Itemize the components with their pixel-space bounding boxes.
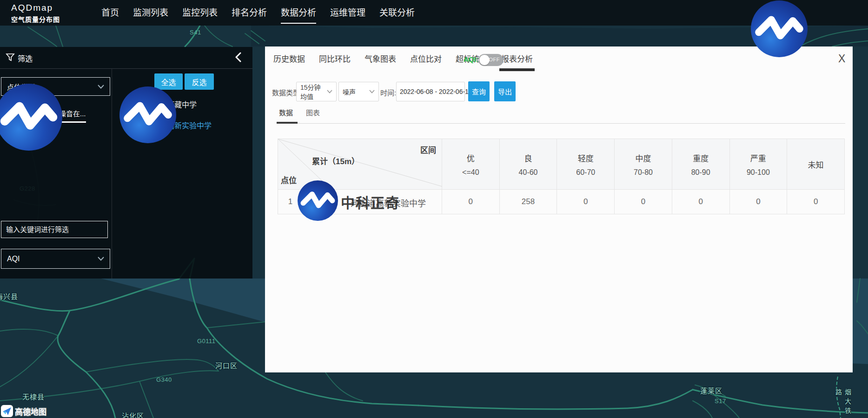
filter-header: 筛选 xyxy=(0,47,252,69)
amap-icon xyxy=(1,405,13,417)
nav-item-monitor-list[interactable]: 监测列表 xyxy=(133,0,168,26)
nav-item-home[interactable]: 首页 xyxy=(101,0,119,26)
map-attribution: 高德地图 xyxy=(1,405,46,417)
subtab-chart[interactable]: 图表 xyxy=(306,107,320,121)
data-analysis-panel: 历史数据 同比环比 气象图表 点位比对 超标统计 报表分析 AQI: OFF X… xyxy=(265,46,853,372)
row-site-cell: 河街道高新实验中学 xyxy=(303,190,442,214)
corner-label-cumulative: 累计（15m） xyxy=(312,155,359,166)
nav-item-data-analysis[interactable]: 数据分析 xyxy=(281,0,316,26)
value-cell-unknown: 0 xyxy=(787,190,845,214)
map-label-haixing: 海兴县 xyxy=(0,291,18,301)
sidebar-column-divider xyxy=(112,68,112,279)
column-label: 优 xyxy=(443,152,499,164)
subtab-active-indicator xyxy=(277,122,298,124)
column-header-medium: 中度 70-80 xyxy=(615,139,672,190)
corner-label-site: 点位 xyxy=(281,174,297,186)
value-cell-medium: 0 xyxy=(615,190,672,214)
corner-label-range: 区间 xyxy=(420,144,436,155)
column-label: 中度 xyxy=(615,152,671,164)
app-name: AQDmap xyxy=(11,3,60,13)
map-road-label-g0111: G0111 xyxy=(197,338,216,345)
filter-title: 筛选 xyxy=(18,53,33,64)
nav-item-ranking[interactable]: 排名分析 xyxy=(232,0,267,26)
map-label-railway: 烟大铁路 xyxy=(834,389,852,418)
toggle-state-text: OFF xyxy=(489,57,500,62)
column-header-unknown: 未知 xyxy=(787,139,845,190)
result-subtabs: 数据 图表 xyxy=(279,107,320,121)
interval-select-value: 15分钟均值 xyxy=(300,82,327,101)
column-label: 良 xyxy=(500,152,557,164)
column-header-heavy: 重度 80-90 xyxy=(672,139,729,190)
filter-sidebar: 筛选 点位类别 道噪音在... AQI 全选 反选 道西藏中学 道高新实验中学 xyxy=(0,47,252,279)
invert-selection-button[interactable]: 反选 xyxy=(185,73,214,90)
value-cell-light: 0 xyxy=(557,190,615,214)
map-label-hekou: 河口区 xyxy=(215,360,238,370)
tab-report-analysis[interactable]: 报表分析 xyxy=(501,46,533,73)
value-cell-excellent: 0 xyxy=(442,190,500,214)
column-label: 严重 xyxy=(730,152,787,164)
keyword-filter-input[interactable] xyxy=(1,221,108,238)
metric-select-value: AQI xyxy=(7,255,20,263)
tab-site-comparison[interactable]: 点位比对 xyxy=(410,46,442,73)
amap-text: 高德地图 xyxy=(15,405,46,417)
table-corner-cell: 区间 累计（15m） 点位 xyxy=(278,139,442,190)
tab-weather-charts[interactable]: 气象图表 xyxy=(364,46,396,73)
value-cell-severe: 0 xyxy=(729,190,787,214)
map-label-wudi: 无棣县 xyxy=(22,391,45,401)
site-checkbox-row[interactable]: 道高新实验中学 xyxy=(145,119,212,131)
column-range: 90-100 xyxy=(730,168,787,177)
value-cell-heavy: 0 xyxy=(672,190,729,214)
map-road-label-g340: G340 xyxy=(156,376,172,383)
site-checkbox-row[interactable]: 道西藏中学 xyxy=(145,99,197,110)
table-row: 1 河街道高新实验中学 0 258 0 0 0 0 0 xyxy=(278,190,845,214)
column-label: 重度 xyxy=(673,152,729,164)
aqi-toggle-switch[interactable]: OFF xyxy=(478,54,504,66)
nav-item-surveillance-list[interactable]: 监控列表 xyxy=(182,0,218,26)
column-range: 60-70 xyxy=(557,168,614,177)
pollutant-select-value: 噪声 xyxy=(343,87,356,96)
metric-select[interactable]: AQI xyxy=(1,249,110,269)
category-select[interactable]: 点位类别 xyxy=(1,77,110,96)
query-button[interactable]: 查询 xyxy=(468,81,490,101)
date-range-value: 2022-06-08 - 2022-06-10 xyxy=(400,88,472,95)
time-label: 时间: xyxy=(380,87,396,97)
map-road-label-s41: S41 xyxy=(190,29,201,36)
collapse-panel-icon[interactable] xyxy=(232,51,245,64)
site-checkbox[interactable] xyxy=(145,100,153,108)
select-all-button[interactable]: 全选 xyxy=(154,73,183,90)
column-range: 70-80 xyxy=(615,168,671,177)
tab-yoy-comparison[interactable]: 同比环比 xyxy=(319,46,351,73)
column-header-light: 轻度 60-70 xyxy=(557,139,615,190)
column-header-good: 良 40-60 xyxy=(499,139,557,190)
category-item-road-noise[interactable]: 道噪音在... xyxy=(52,108,86,123)
top-navigation-bar: AQDmap 空气质量分布图 首页 监测列表 监控列表 排名分析 数据分析 运维… xyxy=(0,0,868,26)
map-label-zhanhua: 沾化区 xyxy=(122,411,144,418)
category-select-value: 点位类别 xyxy=(7,82,35,92)
app-subtitle: 空气质量分布图 xyxy=(11,14,60,24)
pollutant-select[interactable]: 噪声 xyxy=(338,82,379,101)
site-checkbox[interactable] xyxy=(145,121,153,129)
row-index-cell: 1 xyxy=(278,190,303,214)
column-label: 未知 xyxy=(788,159,844,170)
aqi-toggle-label: AQI: xyxy=(464,55,478,63)
column-label: 轻度 xyxy=(557,152,614,164)
nav-item-operations[interactable]: 运维管理 xyxy=(330,0,365,26)
map-label-penglai: 蓬莱区 xyxy=(700,385,722,395)
query-form: 数据类型: 15分钟均值 噪声 时间: 2022-06-08 - 2022-06… xyxy=(265,81,853,102)
app-logo: AQDmap 空气质量分布图 xyxy=(11,3,60,24)
export-button[interactable]: 导出 xyxy=(494,81,516,101)
column-header-severe: 严重 90-100 xyxy=(729,139,787,190)
main-nav: 首页 监测列表 监控列表 排名分析 数据分析 运维管理 关联分析 xyxy=(101,0,415,26)
toggle-knob xyxy=(479,55,490,65)
site-label: 道高新实验中学 xyxy=(159,119,212,131)
date-range-picker[interactable]: 2022-06-08 - 2022-06-10 xyxy=(396,82,465,101)
column-range: 40-60 xyxy=(500,168,557,177)
tab-history-data[interactable]: 历史数据 xyxy=(273,46,305,73)
column-range: <=40 xyxy=(443,168,499,177)
nav-item-correlation[interactable]: 关联分析 xyxy=(379,0,415,26)
interval-select[interactable]: 15分钟均值 xyxy=(296,82,337,101)
value-cell-good: 258 xyxy=(499,190,557,214)
close-panel-button[interactable]: X xyxy=(838,53,845,65)
subtab-data[interactable]: 数据 xyxy=(279,107,293,121)
column-header-excellent: 优 <=40 xyxy=(442,139,500,190)
